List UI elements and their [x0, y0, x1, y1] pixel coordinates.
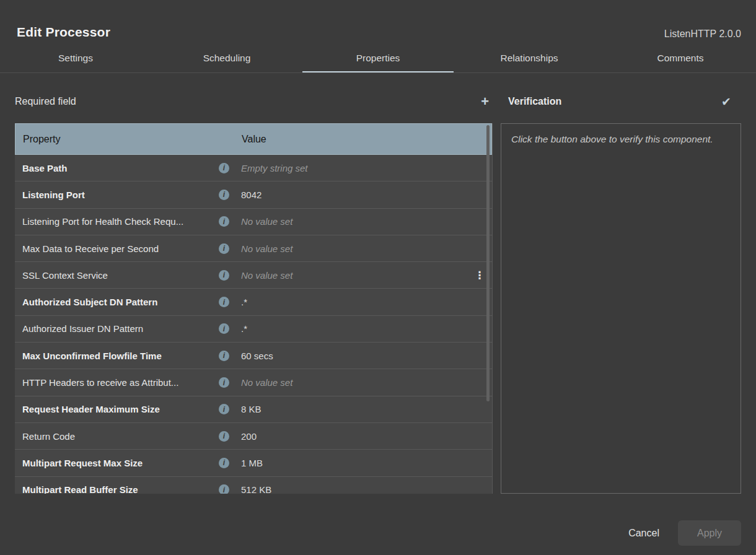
- property-name: Max Unconfirmed Flowfile Time: [22, 351, 219, 361]
- info-icon[interactable]: i: [219, 484, 229, 494]
- property-name: Base Path: [22, 163, 219, 173]
- verification-panel: Click the button above to verify this co…: [501, 123, 741, 494]
- info-icon[interactable]: i: [219, 377, 229, 388]
- table-row[interactable]: Max Unconfirmed Flowfile Timei60 secs: [15, 343, 492, 369]
- table-row[interactable]: Request Header Maximum Sizei8 KB: [15, 396, 492, 423]
- property-name: Multipart Read Buffer Size: [22, 484, 219, 494]
- tab-comments[interactable]: Comments: [605, 46, 756, 72]
- verification-label: Verification: [508, 96, 561, 107]
- info-icon[interactable]: i: [219, 216, 229, 227]
- property-value[interactable]: .*: [241, 297, 467, 307]
- property-name: Listening Port: [22, 190, 219, 200]
- info-icon[interactable]: i: [219, 270, 229, 281]
- info-icon[interactable]: i: [219, 458, 229, 468]
- dialog-footer: Cancel Apply: [617, 520, 741, 546]
- info-icon[interactable]: i: [219, 297, 229, 307]
- property-value[interactable]: 8042: [241, 190, 467, 200]
- verification-section-head: Verification ✔: [501, 92, 741, 111]
- table-row[interactable]: HTTP Headers to receive as Attribut...iN…: [15, 369, 492, 396]
- property-name: Listening Port for Health Check Requ...: [22, 216, 219, 227]
- properties-column: Required field + Property Value Base Pat…: [15, 92, 493, 494]
- kebab-menu-icon[interactable]: ⋮: [475, 270, 485, 281]
- property-value[interactable]: No value set: [241, 270, 467, 281]
- dialog-header: Edit Processor ListenHTTP 2.0.0: [0, 0, 756, 40]
- plus-icon: +: [481, 94, 489, 109]
- property-name: SSL Context Service: [22, 270, 219, 281]
- required-field-label: Required field: [15, 96, 76, 107]
- properties-scrollbar[interactable]: [486, 125, 490, 401]
- property-value[interactable]: No value set: [241, 243, 467, 254]
- property-name: Multipart Request Max Size: [22, 458, 219, 468]
- table-row[interactable]: SSL Context ServiceiNo value set⋮: [15, 262, 492, 289]
- property-value[interactable]: 1 MB: [241, 458, 467, 468]
- property-name: Max Data to Receive per Second: [22, 243, 219, 254]
- properties-section-head: Required field +: [15, 92, 493, 111]
- checkmark-icon: ✔: [721, 95, 731, 108]
- dialog-title: Edit Processor: [17, 25, 110, 40]
- properties-table: Property Value Base PathiEmpty string se…: [15, 123, 493, 494]
- tab-relationships[interactable]: Relationships: [454, 46, 605, 72]
- property-name: Authorized Subject DN Pattern: [22, 297, 219, 307]
- property-value[interactable]: 60 secs: [241, 351, 467, 361]
- info-icon[interactable]: i: [219, 243, 229, 254]
- table-row[interactable]: Return Codei200: [15, 423, 492, 450]
- tab-bar: SettingsSchedulingPropertiesRelationship…: [0, 46, 756, 73]
- property-value[interactable]: No value set: [241, 377, 467, 388]
- info-icon[interactable]: i: [219, 190, 229, 200]
- properties-table-body: Base PathiEmpty string setListening Port…: [15, 155, 492, 494]
- verification-message: Click the button above to verify this co…: [511, 132, 731, 147]
- processor-type-version: ListenHTTP 2.0.0: [664, 28, 741, 40]
- property-name: Authorized Issuer DN Pattern: [22, 323, 219, 334]
- table-row[interactable]: Authorized Issuer DN Patterni.*: [15, 316, 492, 343]
- property-value[interactable]: .*: [241, 323, 467, 334]
- properties-table-header: Property Value: [15, 123, 492, 155]
- table-row[interactable]: Multipart Request Max Sizei1 MB: [15, 450, 492, 476]
- property-value[interactable]: 200: [241, 431, 467, 442]
- table-row[interactable]: Authorized Subject DN Patterni.*: [15, 289, 492, 315]
- add-property-button[interactable]: +: [477, 94, 493, 110]
- property-value[interactable]: No value set: [241, 216, 467, 227]
- table-row[interactable]: Listening Port for Health Check Requ...i…: [15, 209, 492, 235]
- edit-processor-dialog: Edit Processor ListenHTTP 2.0.0 Settings…: [0, 0, 756, 555]
- cancel-button[interactable]: Cancel: [617, 520, 670, 546]
- table-row[interactable]: Multipart Read Buffer Sizei512 KB: [15, 477, 492, 494]
- verify-button[interactable]: ✔: [718, 95, 735, 109]
- property-value[interactable]: Empty string set: [241, 163, 467, 173]
- column-header-property: Property: [23, 134, 219, 145]
- tab-settings[interactable]: Settings: [0, 46, 151, 72]
- info-icon[interactable]: i: [219, 163, 229, 173]
- table-row[interactable]: Base PathiEmpty string set: [15, 155, 492, 181]
- property-name: Return Code: [22, 431, 219, 442]
- property-value[interactable]: 8 KB: [241, 404, 467, 414]
- verification-column: Verification ✔ Click the button above to…: [501, 92, 741, 494]
- column-header-value: Value: [242, 134, 467, 145]
- info-icon[interactable]: i: [219, 351, 229, 361]
- info-icon[interactable]: i: [219, 404, 229, 414]
- table-row[interactable]: Max Data to Receive per SecondiNo value …: [15, 235, 492, 262]
- apply-button[interactable]: Apply: [678, 520, 741, 546]
- tab-scheduling[interactable]: Scheduling: [151, 46, 302, 72]
- property-value[interactable]: 512 KB: [241, 484, 467, 494]
- info-icon[interactable]: i: [219, 323, 229, 334]
- tab-properties[interactable]: Properties: [302, 46, 454, 72]
- table-row[interactable]: Listening Porti8042: [15, 181, 492, 208]
- info-icon[interactable]: i: [219, 431, 229, 442]
- property-name: Request Header Maximum Size: [22, 404, 219, 414]
- property-name: HTTP Headers to receive as Attribut...: [22, 377, 219, 388]
